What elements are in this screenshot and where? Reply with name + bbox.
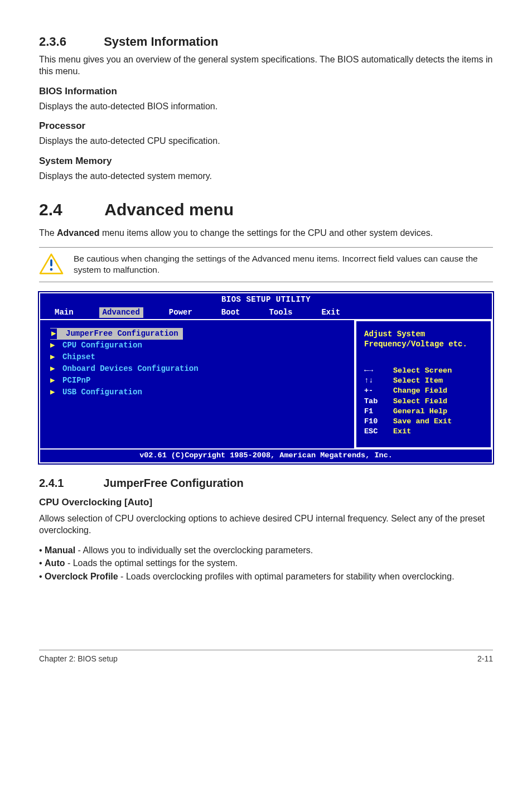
key-symbol: +- (364, 386, 388, 396)
bios-item-label: JumperFree Configuration (66, 328, 178, 339)
page-footer: Chapter 2: BIOS setup 2-11 (39, 650, 493, 664)
bios-title: BIOS SETUP UTILITY (40, 293, 492, 306)
intro-post: menu items allow you to change the setti… (99, 228, 433, 238)
caution-icon (39, 253, 64, 276)
bios-item-label: USB Configuration (62, 387, 142, 398)
opt-name: Manual (45, 545, 75, 555)
bios-tab-exit[interactable]: Exit (318, 307, 344, 318)
key-symbol: ESC (364, 427, 388, 437)
key-row: ↑↓Select Item (364, 376, 483, 386)
bios-item-chipset[interactable]: ▶Chipset (50, 351, 344, 363)
bios-footer: v02.61 (C)Copyright 1985-2008, American … (40, 448, 492, 462)
key-desc: Change Field (393, 386, 447, 396)
key-desc: Select Screen (393, 366, 452, 376)
intro-236: This menu gives you an overview of the g… (39, 54, 493, 78)
submenu-arrow-icon: ▶ (50, 375, 57, 386)
option-list: • Manual - Allows you to individually se… (39, 544, 493, 583)
key-desc: Select Item (393, 376, 443, 386)
heading-text: JumperFree Configuration (104, 477, 244, 489)
bios-item-onboard[interactable]: ▶Onboard Devices Configuration (50, 363, 344, 375)
bios-tab-advanced[interactable]: Advanced (99, 307, 143, 318)
key-row: F10Save and Exit (364, 417, 483, 427)
key-desc: Save and Exit (393, 417, 452, 427)
key-row: F1General Help (364, 407, 483, 417)
submenu-arrow-icon: ▶ (50, 364, 57, 374)
sub-processor: Processor (39, 120, 493, 133)
opt-auto: • Auto - Loads the optimal settings for … (39, 557, 493, 569)
heading-num: 2.3.6 (39, 33, 100, 50)
footer-right: 2-11 (477, 654, 493, 664)
opt-name: Auto (45, 558, 65, 568)
key-row: TabSelect Field (364, 397, 483, 407)
opt-overclock-profile: • Overclock Profile - Loads overclocking… (39, 571, 493, 583)
caution-text: Be cautious when changing the settings o… (74, 253, 493, 277)
footer-left: Chapter 2: BIOS setup (39, 654, 118, 664)
intro-24: The Advanced menu items allow you to cha… (39, 227, 493, 239)
intro-pre: The (39, 228, 57, 238)
key-row: ESCExit (364, 427, 483, 437)
opt-name: Overclock Profile (45, 572, 118, 581)
heading-num: 2.4 (39, 199, 100, 221)
opt-desc: - Allows you to individually set the ove… (75, 545, 313, 555)
intro-bold: Advanced (57, 228, 99, 238)
bios-item-label: Chipset (62, 352, 95, 363)
bios-item-label: Onboard Devices Configuration (62, 364, 199, 374)
sub-bios-info: BIOS Information (39, 85, 493, 98)
bios-right-pane: Adjust System Frequency/Voltage etc. ←→S… (355, 320, 492, 448)
key-symbol: F10 (364, 417, 388, 427)
opt-desc: - Loads overclocking profiles with optim… (118, 572, 454, 581)
bios-right-inner: Adjust System Frequency/Voltage etc. ←→S… (355, 320, 492, 448)
svg-point-2 (50, 268, 53, 270)
key-desc: Exit (393, 427, 411, 437)
caution-note: Be cautious when changing the settings o… (39, 247, 493, 283)
heading-text: System Information (104, 35, 218, 49)
bios-item-cpu[interactable]: ▶CPU Configuration (50, 340, 344, 351)
key-desc: General Help (393, 407, 447, 417)
key-symbol: ←→ (364, 366, 388, 376)
bios-help-text: Adjust System Frequency/Voltage etc. (364, 329, 483, 349)
bios-screenshot: BIOS SETUP UTILITY Main Advanced Power B… (39, 292, 493, 463)
key-row: +-Change Field (364, 386, 483, 396)
bios-tab-tools[interactable]: Tools (265, 307, 296, 318)
submenu-arrow-icon: ▶ (50, 340, 57, 351)
heading-241: 2.4.1 JumperFree Configuration (39, 476, 493, 491)
heading-num: 2.4.1 (39, 476, 100, 491)
bios-body: ▶JumperFree Configuration ▶CPU Configura… (40, 319, 492, 448)
opt-manual: • Manual - Allows you to individually se… (39, 544, 493, 557)
txt-memory: Displays the auto-detected system memory… (39, 170, 493, 182)
field-desc: Allows selection of CPU overclocking opt… (39, 513, 493, 537)
svg-rect-1 (50, 259, 52, 266)
bios-item-pcipnp[interactable]: ▶PCIPnP (50, 375, 344, 386)
bios-tab-power[interactable]: Power (166, 307, 196, 318)
key-row: ←→Select Screen (364, 366, 483, 376)
key-symbol: Tab (364, 397, 388, 407)
heading-24: 2.4 Advanced menu (39, 199, 493, 221)
heading-text: Advanced menu (104, 200, 234, 219)
field-cpu-overclocking: CPU Overclocking [Auto] (39, 496, 493, 509)
submenu-arrow-icon: ▶ (50, 352, 57, 363)
bios-tab-main[interactable]: Main (51, 307, 77, 318)
key-symbol: F1 (364, 407, 388, 417)
txt-processor: Displays the auto-detected CPU specifica… (39, 135, 493, 147)
bios-item-label: PCIPnP (62, 375, 90, 386)
bios-left-pane: ▶JumperFree Configuration ▶CPU Configura… (40, 320, 355, 448)
sub-memory: System Memory (39, 155, 493, 168)
bios-key-legend: ←→Select Screen ↑↓Select Item +-Change F… (364, 366, 483, 437)
bios-tab-boot[interactable]: Boot (218, 307, 244, 318)
submenu-arrow-icon: ▶ (50, 387, 57, 398)
submenu-arrow-icon: ▶ (50, 328, 57, 339)
txt-bios-info: Displays the auto-detected BIOS informat… (39, 100, 493, 113)
key-desc: Select Field (393, 397, 447, 407)
key-symbol: ↑↓ (364, 376, 388, 386)
heading-236: 2.3.6 System Information (39, 33, 493, 50)
opt-desc: - Loads the optimal settings for the sys… (65, 558, 237, 568)
bios-item-label: CPU Configuration (62, 340, 142, 351)
bios-item-usb[interactable]: ▶USB Configuration (50, 386, 344, 398)
bios-item-jumperfree[interactable]: ▶JumperFree Configuration (50, 328, 183, 340)
bios-menubar: Main Advanced Power Boot Tools Exit (40, 306, 492, 319)
